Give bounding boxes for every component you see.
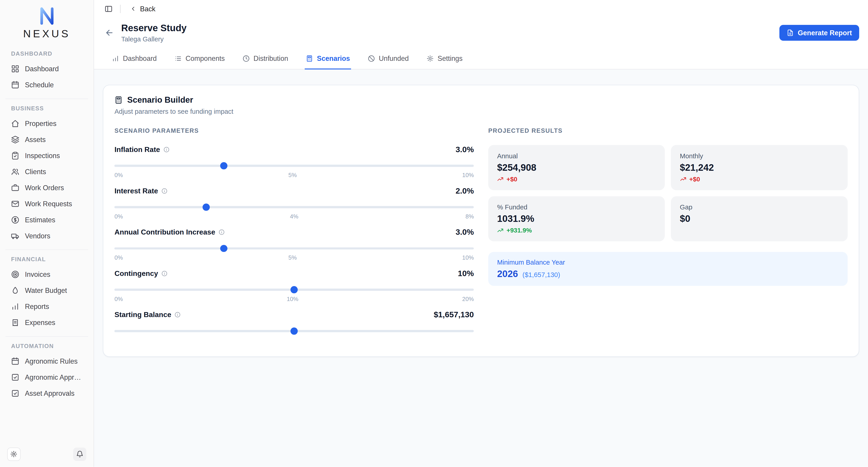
mail-icon xyxy=(11,200,20,208)
tab-bar: Dashboard Components Distribution Scenar… xyxy=(94,49,868,69)
result-card-gap: Gap $0 xyxy=(671,196,847,241)
minimum-balance-row: 2026 ($1,657,130) xyxy=(497,268,839,279)
sidebar-item-label: Work Orders xyxy=(25,184,64,192)
results-column: PROJECTED RESULTS Annual $254,908 +$0 xyxy=(488,127,848,340)
truck-icon xyxy=(11,232,20,240)
minimum-balance-amount: ($1,657,130) xyxy=(522,271,560,279)
result-delta: +$0 xyxy=(680,176,839,183)
result-value: 1031.9% xyxy=(497,213,656,224)
interest-rate-slider[interactable] xyxy=(114,206,474,208)
section-label: FINANCIAL xyxy=(5,250,88,266)
tab-distribution[interactable]: Distribution xyxy=(241,49,289,69)
result-delta: +931.9% xyxy=(497,227,656,234)
sidebar-nav: DASHBOARD Dashboard Schedule BUSINESS Pr… xyxy=(0,42,94,443)
result-value: $254,908 xyxy=(497,162,656,173)
nav-section-financial: FINANCIAL Invoices Water Budget Reports … xyxy=(5,250,88,334)
sidebar-toggle-button[interactable] xyxy=(102,2,115,16)
result-label: % Funded xyxy=(497,203,656,211)
sidebar-footer xyxy=(0,443,94,467)
slider-thumb[interactable] xyxy=(290,327,298,335)
sidebar-item-inspections[interactable]: Inspections xyxy=(5,148,88,164)
tab-components[interactable]: Components xyxy=(174,49,226,69)
arrow-left-icon[interactable] xyxy=(105,28,114,37)
sidebar-item-assets[interactable]: Assets xyxy=(5,132,88,148)
tab-label: Components xyxy=(186,55,225,62)
slider-thumb[interactable] xyxy=(203,204,210,211)
nav-section-business: BUSINESS Properties Assets Inspections C… xyxy=(5,98,88,247)
param-label: Inflation Rate xyxy=(114,145,169,154)
tab-label: Settings xyxy=(438,55,463,62)
info-icon[interactable] xyxy=(161,270,167,276)
slider-thumb[interactable] xyxy=(220,245,227,252)
briefcase-icon xyxy=(11,184,20,192)
slider-ticks: 0% 5% 10% xyxy=(114,172,474,178)
top-strip: Back xyxy=(94,0,868,18)
tab-label: Distribution xyxy=(254,55,288,62)
slider-thumb[interactable] xyxy=(220,162,227,169)
param-value: $1,657,130 xyxy=(434,310,474,319)
sidebar-item-label: Estimates xyxy=(25,216,55,224)
sidebar-item-work-orders[interactable]: Work Orders xyxy=(5,180,88,196)
app: NEXUS DASHBOARD Dashboard Schedule BUSIN… xyxy=(0,0,868,467)
tab-unfunded[interactable]: Unfunded xyxy=(367,49,410,69)
inflation-rate-slider[interactable] xyxy=(114,165,474,167)
minimum-balance-card: Minimum Balance Year 2026 ($1,657,130) xyxy=(488,252,848,286)
trending-up-icon xyxy=(497,176,504,182)
sidebar-item-agronomic-rules[interactable]: Agronomic Rules xyxy=(5,353,88,369)
param-inflation-rate: Inflation Rate 3.0% 0% 5% xyxy=(114,145,474,178)
starting-balance-slider[interactable] xyxy=(114,330,474,332)
sidebar-item-label: Dashboard xyxy=(25,65,59,73)
back-button[interactable]: Back xyxy=(126,3,160,15)
sidebar-item-properties[interactable]: Properties xyxy=(5,116,88,132)
param-value: 3.0% xyxy=(456,145,474,154)
annual-contribution-increase-slider[interactable] xyxy=(114,247,474,250)
info-icon[interactable] xyxy=(219,229,225,235)
ban-icon xyxy=(368,55,375,62)
param-label: Starting Balance xyxy=(114,311,181,319)
sidebar-item-estimates[interactable]: Estimates xyxy=(5,212,88,228)
slider-thumb[interactable] xyxy=(290,286,298,293)
param-interest-rate: Interest Rate 2.0% 0% 4% xyxy=(114,186,474,220)
sidebar-item-asset-approvals[interactable]: Asset Approvals xyxy=(5,385,88,401)
notifications-button[interactable] xyxy=(73,447,87,461)
section-label: DASHBOARD xyxy=(5,44,88,61)
sidebar-item-label: Invoices xyxy=(25,270,50,279)
sidebar-item-label: Clients xyxy=(25,168,46,176)
brand-logo: NEXUS xyxy=(0,0,94,42)
sidebar-item-agronomic-approvals[interactable]: Agronomic Approv... xyxy=(5,369,88,385)
droplet-icon xyxy=(11,286,20,295)
sidebar-item-schedule[interactable]: Schedule xyxy=(5,77,88,93)
sidebar-item-clients[interactable]: Clients xyxy=(5,164,88,180)
sidebar-item-water-budget[interactable]: Water Budget xyxy=(5,283,88,298)
param-label: Annual Contribution Increase xyxy=(114,228,224,236)
parameters-heading: SCENARIO PARAMETERS xyxy=(114,127,474,134)
slider-ticks: 0% 4% 8% xyxy=(114,213,474,220)
sidebar-item-label: Vendors xyxy=(25,232,50,240)
info-icon[interactable] xyxy=(175,312,181,318)
info-icon[interactable] xyxy=(161,188,167,194)
sidebar-item-work-requests[interactable]: Work Requests xyxy=(5,196,88,212)
card-title: Scenario Builder xyxy=(127,95,193,105)
tab-settings[interactable]: Settings xyxy=(426,49,464,69)
sidebar-item-vendors[interactable]: Vendors xyxy=(5,228,88,244)
sidebar-item-expenses[interactable]: Expenses xyxy=(5,315,88,331)
clock-icon xyxy=(243,55,250,62)
card-header: Scenario Builder xyxy=(114,95,847,105)
info-icon[interactable] xyxy=(163,147,169,153)
param-starting-balance: Starting Balance $1,657,130 xyxy=(114,310,474,332)
sidebar-item-reports[interactable]: Reports xyxy=(5,298,88,315)
sidebar-item-label: Assets xyxy=(25,136,46,144)
layers-icon xyxy=(11,136,20,144)
param-value: 3.0% xyxy=(456,228,474,237)
contingency-slider[interactable] xyxy=(114,289,474,291)
calculator-icon xyxy=(306,55,313,62)
sidebar-item-invoices[interactable]: Invoices xyxy=(5,266,88,283)
nav-section-dashboard: DASHBOARD Dashboard Schedule xyxy=(5,44,88,96)
parameters-column: SCENARIO PARAMETERS Inflation Rate 3.0% xyxy=(114,127,474,340)
tab-dashboard[interactable]: Dashboard xyxy=(111,49,158,69)
sidebar-item-dashboard[interactable]: Dashboard xyxy=(5,61,88,77)
generate-report-button[interactable]: Generate Report xyxy=(779,25,859,40)
tab-scenarios[interactable]: Scenarios xyxy=(305,49,351,69)
calendar-icon xyxy=(11,357,20,366)
settings-button[interactable] xyxy=(7,447,21,461)
